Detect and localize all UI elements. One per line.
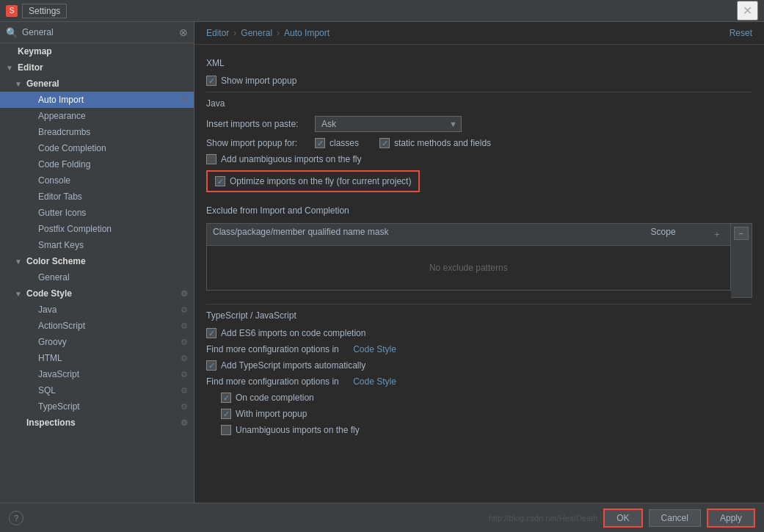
sidebar-item-general[interactable]: ▼General [0, 76, 194, 92]
arrow-icon: ▼ [15, 258, 23, 266]
sidebar-item-keymap[interactable]: Keymap [0, 43, 194, 59]
sidebar-item-actionscript[interactable]: ActionScript⚙ [0, 318, 194, 334]
on-code-completion-checkbox[interactable] [221, 393, 231, 403]
sidebar-item-editor[interactable]: ▼Editor [0, 59, 194, 76]
sidebar-item-auto-import[interactable]: Auto Import✎ [0, 92, 194, 108]
bottom-bar: ? http://blog.csdn.net/HeatDeath OK Canc… [0, 503, 764, 532]
search-icon: 🔍 [6, 27, 18, 38]
table-col-scope-header: Scope [651, 227, 710, 242]
table-remove-button[interactable]: − [734, 227, 749, 240]
add-typescript-checkbox[interactable] [206, 360, 217, 371]
on-code-completion-label: On code completion [236, 393, 314, 403]
gear-icon: ⚙ [181, 402, 188, 412]
exclude-table-container: Class/package/member qualified name mask… [206, 223, 752, 298]
sidebar-item-breadcrumbs[interactable]: Breadcrumbs [0, 124, 194, 140]
content-area: Editor › General › Auto Import Reset XML… [194, 22, 764, 503]
sidebar-item-label: Editor [18, 62, 43, 73]
sidebar-item-smart-keys[interactable]: Smart Keys [0, 237, 194, 253]
no-patterns-label: No exclude patterns [429, 263, 508, 273]
sidebar-item-postfix-completion[interactable]: Postfix Completion [0, 221, 194, 237]
code-style-link-1[interactable]: Code Style [353, 344, 396, 354]
sidebar-item-sql[interactable]: SQL⚙ [0, 382, 194, 398]
sidebar-item-color-scheme[interactable]: ▼Color Scheme [0, 253, 194, 269]
close-button[interactable]: ✕ [737, 1, 758, 21]
app-icon: S [6, 5, 18, 17]
add-unambiguous-checkbox[interactable] [206, 154, 217, 164]
unambiguous-imports-checkbox[interactable] [221, 425, 231, 435]
table-side-actions: − [731, 223, 752, 298]
xml-section-title: XML [206, 58, 752, 68]
sidebar-item-label: Color Scheme [26, 256, 86, 266]
breadcrumb: Editor › General › Auto Import Reset [194, 22, 764, 45]
sidebar-item-label: TypeScript [38, 401, 80, 412]
sidebar-item-java[interactable]: Java⚙ [0, 302, 194, 318]
search-input[interactable] [22, 27, 175, 37]
sidebar-item-color-scheme-general[interactable]: General [0, 269, 194, 285]
insert-imports-select[interactable]: Ask Always Never [315, 116, 462, 132]
sidebar-item-label: Groovy [38, 337, 67, 347]
find-more-2-text: Find more configuration options in [206, 376, 339, 387]
sidebar-item-javascript[interactable]: JavaScript⚙ [0, 366, 194, 382]
breadcrumb-general[interactable]: General [241, 28, 272, 38]
title-bar-label: Settings [22, 4, 67, 18]
arrow-icon: ▼ [15, 290, 23, 298]
table-body: No exclude patterns [207, 246, 730, 290]
sidebar-item-html[interactable]: HTML⚙ [0, 350, 194, 366]
divider-xml-java [206, 92, 752, 92]
sidebar-item-label: Gutter Icons [38, 208, 86, 218]
table-col-class-header: Class/package/member qualified name mask [213, 227, 651, 242]
with-import-popup-checkbox[interactable] [221, 409, 231, 419]
insert-imports-select-wrapper: Ask Always Never ▼ [315, 116, 462, 132]
sidebar-item-groovy[interactable]: Groovy⚙ [0, 334, 194, 350]
ok-button[interactable]: OK [603, 509, 642, 528]
sidebar-item-code-style[interactable]: ▼Code Style⚙ [0, 285, 194, 302]
add-typescript-item: Add TypeScript imports automatically [206, 360, 752, 371]
find-more-2-row: Find more configuration options in Code … [206, 376, 752, 387]
cancel-button[interactable]: Cancel [649, 509, 701, 527]
gear-icon: ⚙ [181, 354, 188, 363]
sidebar-item-label: Keymap [18, 46, 52, 57]
sidebar-item-gutter-icons[interactable]: Gutter Icons [0, 205, 194, 221]
sidebar-item-label: Console [38, 175, 70, 186]
static-methods-label: static methods and fields [394, 138, 491, 148]
breadcrumb-current: Auto Import [284, 28, 330, 38]
sidebar-item-editor-tabs[interactable]: Editor Tabs [0, 189, 194, 205]
java-section-title: Java [206, 98, 752, 109]
sidebar-item-label: Smart Keys [38, 240, 84, 250]
arrow-icon: ▼ [15, 80, 23, 88]
sidebar-item-typescript[interactable]: TypeScript⚙ [0, 398, 194, 415]
classes-checkbox[interactable] [315, 138, 325, 148]
static-methods-checkbox[interactable] [379, 138, 390, 148]
sidebar-item-label: Breadcrumbs [38, 127, 90, 137]
search-bar: 🔍 ⊗ [0, 22, 194, 43]
sidebar-item-appearance[interactable]: Appearance [0, 108, 194, 124]
reset-button[interactable]: Reset [730, 28, 752, 38]
with-import-popup-item: With import popup [206, 409, 752, 419]
sidebar-item-label: Appearance [38, 111, 86, 121]
unambiguous-imports-item: Unambiguous imports on the fly [206, 425, 752, 435]
xml-show-import-checkbox[interactable] [206, 76, 217, 86]
sidebar-item-label: JavaScript [38, 369, 79, 379]
sidebar-item-label: General [38, 272, 70, 283]
sidebar-item-label: Auto Import [38, 95, 84, 105]
optimize-imports-checkbox[interactable] [215, 176, 225, 186]
sidebar-item-console[interactable]: Console [0, 172, 194, 189]
search-clear-icon[interactable]: ⊗ [179, 26, 188, 38]
table-header: Class/package/member qualified name mask… [207, 224, 730, 246]
gear-icon: ⚙ [181, 418, 188, 428]
sidebar-item-code-completion[interactable]: Code Completion [0, 140, 194, 156]
add-typescript-label: Add TypeScript imports automatically [221, 360, 365, 371]
gear-icon: ⚙ [181, 289, 188, 299]
help-button[interactable]: ? [9, 511, 23, 525]
breadcrumb-editor[interactable]: Editor [206, 28, 229, 38]
apply-button[interactable]: Apply [707, 509, 755, 528]
code-style-link-2[interactable]: Code Style [353, 376, 396, 387]
sidebar-item-code-folding[interactable]: Code Folding [0, 156, 194, 172]
main-layout: 🔍 ⊗ Keymap▼Editor▼GeneralAuto Import✎App… [0, 22, 764, 503]
arrow-icon: ▼ [6, 64, 15, 72]
add-es6-checkbox[interactable] [206, 328, 217, 338]
sidebar-item-inspections[interactable]: Inspections⚙ [0, 415, 194, 431]
add-unambiguous-item: Add unambiguous imports on the fly [206, 154, 752, 164]
table-add-button[interactable]: ＋ [710, 227, 724, 242]
divider-java-ts [206, 304, 752, 305]
